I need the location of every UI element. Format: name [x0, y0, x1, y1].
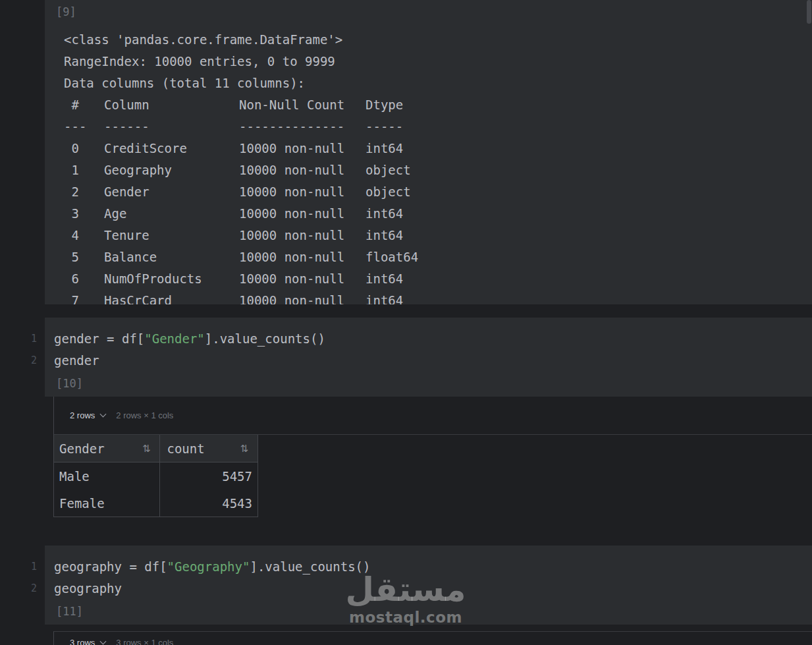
- cell-gender[interactable]: Male: [54, 463, 160, 490]
- info-row: 2Gender10000 non-nullobject: [64, 181, 812, 203]
- info-row: 1Geography10000 non-nullobject: [64, 159, 812, 181]
- table-toolbar: 3 rows 3 rows × 1 cols: [54, 638, 812, 645]
- string-literal: "Geography": [167, 559, 250, 574]
- info-row: 5Balance10000 non-nullfloat64: [64, 246, 812, 268]
- sort-icon: ⇅: [142, 443, 151, 455]
- scrollbar-thumb[interactable]: [807, 0, 811, 24]
- rows-dropdown[interactable]: 3 rows: [70, 638, 105, 645]
- code-line[interactable]: gender = df["Gender"].value_counts(): [54, 328, 812, 350]
- info-line: Data columns (total 11 columns):: [64, 72, 812, 94]
- execution-count-label: [11]: [54, 603, 812, 619]
- info-row: 6NumOfProducts10000 non-nullint64: [64, 268, 812, 290]
- execution-count-label: [9]: [45, 4, 812, 20]
- info-line: RangeIndex: 10000 entries, 0 to 9999: [64, 51, 812, 72]
- info-separator-row: ----------------------------: [64, 116, 812, 138]
- line-number: 1: [24, 556, 37, 578]
- sort-icon: ⇅: [240, 443, 248, 455]
- line-number: 1: [24, 328, 37, 350]
- table-header-row: Gender ⇅ count ⇅: [54, 435, 257, 463]
- table-row: Male 5457: [54, 463, 257, 490]
- rows-dropdown[interactable]: 2 rows: [70, 410, 105, 420]
- column-header-gender[interactable]: Gender ⇅: [54, 435, 160, 462]
- cell-count[interactable]: 5457: [160, 463, 257, 490]
- dataframe-table: Gender ⇅ count ⇅ Male 5457 Female 4543: [54, 435, 258, 517]
- info-row: 4Tenure10000 non-nullint64: [64, 225, 812, 246]
- info-row: 0CreditScore10000 non-nullint64: [64, 138, 812, 159]
- execution-count-label: [10]: [54, 376, 812, 391]
- cell-gender[interactable]: Female: [54, 490, 160, 517]
- code-line[interactable]: gender: [54, 350, 812, 372]
- chevron-down-icon: [100, 411, 107, 418]
- info-row: 3Age10000 non-nullint64: [64, 203, 812, 225]
- gender-code-cell: 1 2 gender = df["Gender"].value_counts()…: [45, 318, 812, 397]
- table-dimensions-label: 2 rows × 1 cols: [116, 410, 173, 420]
- info-line: <class 'pandas.core.frame.DataFrame'>: [64, 29, 812, 51]
- info-header-row: #ColumnNon-Null CountDtype: [64, 94, 812, 116]
- line-number: 2: [24, 578, 37, 600]
- string-literal: "Gender": [144, 331, 205, 346]
- info-row: 7HasCrCard10000 non-nullint64: [64, 290, 812, 304]
- column-header-count[interactable]: count ⇅: [160, 435, 257, 462]
- cell-count[interactable]: 4543: [160, 490, 257, 517]
- dataframe-info-output: <class 'pandas.core.frame.DataFrame'> Ra…: [45, 29, 812, 304]
- code-line[interactable]: geography: [54, 578, 812, 600]
- table-toolbar: 2 rows 2 rows × 1 cols: [54, 397, 812, 435]
- line-number: 2: [24, 350, 37, 372]
- gender-table-output: 2 rows 2 rows × 1 cols Gender ⇅ count ⇅ …: [53, 397, 812, 517]
- geography-table-output: 3 rows 3 rows × 1 cols: [53, 631, 812, 645]
- code-line[interactable]: geography = df["Geography"].value_counts…: [54, 556, 812, 578]
- table-dimensions-label: 3 rows × 1 cols: [116, 638, 173, 645]
- cell-9-output: [9] <class 'pandas.core.frame.DataFrame'…: [45, 0, 812, 304]
- table-row: Female 4543: [54, 490, 257, 517]
- geography-code-cell: 1 2 geography = df["Geography"].value_co…: [45, 546, 812, 625]
- chevron-down-icon: [100, 638, 107, 645]
